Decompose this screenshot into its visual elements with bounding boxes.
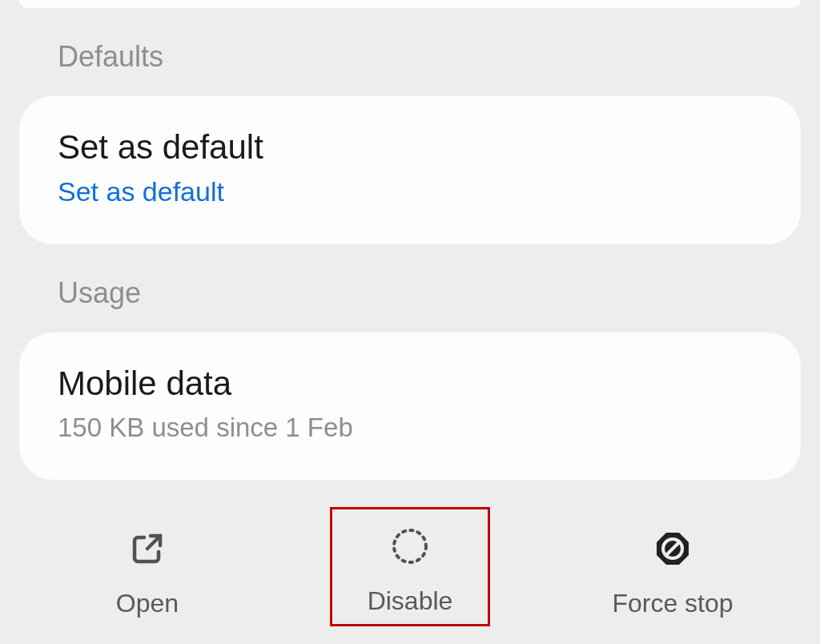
mobile-data-subtitle: 150 KB used since 1 Feb <box>58 413 762 443</box>
disable-label: Disable <box>368 586 453 616</box>
disable-button[interactable]: Disable <box>330 507 490 626</box>
settings-content: Defaults Set as default Set as default U… <box>0 0 820 480</box>
open-icon <box>127 528 168 570</box>
force-stop-label: Force stop <box>612 589 733 618</box>
disable-icon <box>389 525 431 567</box>
mobile-data-card[interactable]: Mobile data 150 KB used since 1 Feb <box>19 332 801 480</box>
open-label: Open <box>116 589 179 618</box>
defaults-section-header: Defaults <box>19 8 801 96</box>
usage-section-header: Usage <box>19 244 801 332</box>
set-as-default-title: Set as default <box>58 128 762 167</box>
set-as-default-link[interactable]: Set as default <box>58 176 762 207</box>
set-as-default-card[interactable]: Set as default Set as default <box>19 96 801 244</box>
force-stop-button[interactable]: Force stop <box>593 515 753 626</box>
open-button[interactable]: Open <box>67 515 227 626</box>
bottom-action-bar: Open Disable Force stop <box>0 507 820 626</box>
previous-card-tail <box>19 0 801 8</box>
force-stop-icon <box>652 528 693 570</box>
svg-point-0 <box>394 530 426 562</box>
mobile-data-title: Mobile data <box>58 364 762 403</box>
